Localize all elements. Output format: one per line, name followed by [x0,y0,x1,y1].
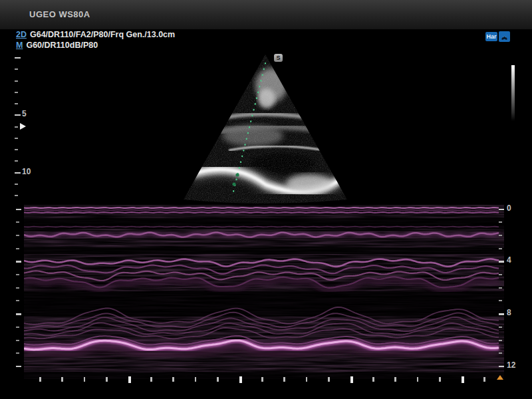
chest-wall-line [24,212,499,213]
depth-tick-m-right [499,221,502,223]
depth-tick-2d [15,57,21,59]
depth-label-m: 12 [507,360,515,370]
depth-tick-2d [15,160,18,162]
time-tick [372,377,374,382]
depth-tick-m-right [499,209,504,211]
depth-tick-m-left [16,287,19,289]
time-tick [350,376,353,383]
harmonic-badge[interactable]: Har [485,32,497,41]
ultrasound-screen: UGEO WS80A 2DG64/DR110/FA2/P80/Frq Gen./… [0,0,532,399]
orientation-marker: S [274,54,283,62]
depth-tick-m-left [16,340,19,341]
time-tick [261,377,263,382]
depth-tick-m-left [16,300,19,301]
focus-marker-arrow[interactable] [20,123,26,130]
depth-label-2d: 5 [22,109,27,118]
m-mode-trace [24,205,504,379]
caliper-point-1[interactable] [235,173,239,176]
time-tick [172,377,174,382]
depth-tick-m-right [499,352,502,354]
time-tick [462,376,464,383]
depth-tick-2d [15,195,18,196]
depth-label-2d: 10 [22,167,31,176]
time-tick [195,377,197,382]
echo-anatomy [173,51,359,206]
depth-tick-m-left [16,221,19,223]
depth-tick-2d [15,172,21,174]
chest-wall-line [24,207,499,208]
2d-params-line: 2DG64/DR110/FA2/P80/Frq Gen./13.0cm [16,30,175,39]
caliper-point-2[interactable] [232,182,235,186]
depth-tick-m-left [16,366,21,368]
depth-tick-m-right [499,340,502,341]
depth-tick-m-right [499,261,504,263]
depth-tick-m-right [499,248,502,249]
2d-mode-label: 2D [16,30,27,39]
depth-tick-2d [15,80,18,82]
time-tick [61,377,63,382]
depth-tick-m-right [499,366,504,368]
time-tick [394,377,396,382]
time-tick [150,377,152,382]
depth-tick-m-left [16,209,21,211]
depth-tick-m-right [499,235,502,236]
depth-tick-m-left [16,327,19,328]
chest-wall-line [24,227,499,227]
depth-tick-m-right [499,287,502,289]
depth-tick-m-left [16,313,21,315]
depth-label-m: 0 [507,203,511,213]
depth-tick-m-left [16,261,21,263]
depth-tick-2d [15,68,18,70]
transducer-icon[interactable] [499,31,510,42]
time-tick [84,377,86,382]
depth-tick-m-left [16,274,19,275]
time-tick [417,377,419,382]
depth-tick-2d [15,138,18,139]
depth-label-m: 4 [507,255,511,265]
time-tick [328,377,330,382]
depth-tick-m-right [499,274,502,275]
depth-tick-m-left [16,352,19,354]
depth-tick-m-right [499,313,504,315]
time-tick [217,377,219,382]
depth-tick-2d [15,114,21,116]
time-tick [239,376,242,383]
depth-tick-2d [15,103,18,104]
time-tick [483,377,485,382]
speckle-chest-wall [24,205,504,218]
grayscale-bar [511,65,515,121]
2d-image [173,51,359,206]
time-tick [39,377,41,382]
time-tick [439,377,441,382]
sweep-position-marker [497,375,503,380]
depth-tick-2d [15,92,18,93]
depth-tick-m-right [499,327,502,328]
machine-title: UGEO WS80A [29,9,90,19]
depth-tick-2d [15,126,18,128]
m-params-text: G60/DR110dB/P80 [26,41,98,50]
transducer-glyph [499,31,510,42]
m-params-line: MG60/DR110dB/P80 [16,41,98,50]
time-tick [128,376,131,383]
depth-label-m: 8 [507,308,511,317]
2d-params-text: G64/DR110/FA2/P80/Frq Gen./13.0cm [30,30,175,39]
time-tick [283,377,285,382]
depth-tick-m-right [499,300,502,301]
chest-wall-line [24,210,499,211]
depth-tick-2d [15,149,18,150]
m-mode-label: M [16,41,23,50]
depth-tick-2d [15,184,18,185]
header-bar: UGEO WS80A [0,0,532,29]
time-tick [306,377,308,382]
depth-tick-m-left [16,248,19,249]
depth-tick-m-left [16,235,19,236]
time-tick [106,377,108,382]
